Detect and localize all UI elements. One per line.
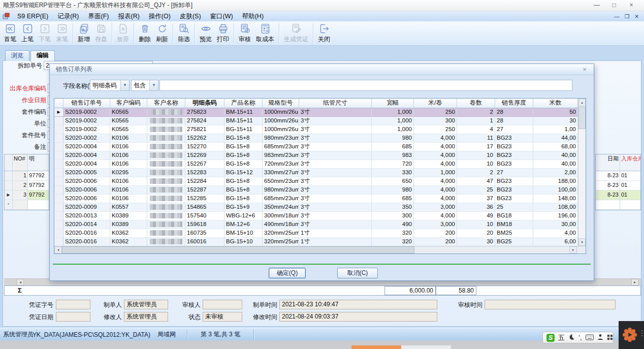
right-grid-row-1[interactable]: 8-2301 — [596, 171, 640, 181]
sales-table-row-11[interactable]: S2020-0006K0106152285BG-15+8685mm/23um..… — [54, 195, 578, 203]
column-header-9[interactable]: 米/卷 — [414, 99, 457, 108]
column-header-6[interactable]: 规格型号 — [263, 99, 299, 108]
sales-table-row-7[interactable]: S2020-0004K0106152267BG-15+8720mm/23um..… — [54, 160, 578, 169]
vscroll-thumb[interactable] — [578, 107, 586, 129]
toolbar-delete-trash-button[interactable]: 删除 — [136, 22, 153, 44]
filter-value-input[interactable] — [159, 80, 572, 91]
sales-table-row-15[interactable]: S2020-0016K0362160735BM-15+10320mm/25um.… — [54, 229, 578, 238]
chevron-down-icon[interactable]: ▾ — [149, 80, 158, 90]
keyboard-icon[interactable] — [586, 333, 594, 342]
hscroll-thumb[interactable] — [62, 246, 414, 253]
taskbar-item[interactable] — [401, 345, 451, 349]
left-grid-row-4[interactable]: * — [5, 200, 49, 210]
menu-item-3[interactable]: 界面(F) — [84, 12, 114, 21]
dialog-titlebar[interactable]: 销售订单列表 × — [50, 64, 594, 75]
sales-table-row-6[interactable]: S2020-0004K0106152269BG-15+8983mm/23um..… — [54, 151, 578, 160]
column-header-3[interactable]: 客户名称 — [147, 99, 185, 108]
scroll-left-icon[interactable]: ◂ — [17, 279, 24, 285]
window-maximize-icon[interactable]: □ — [605, 0, 623, 11]
moon-icon[interactable] — [568, 333, 575, 342]
corner-app-window[interactable] — [619, 321, 644, 349]
sales-table-row-9[interactable]: S2020-0006K0106152284BG-15+8650mm/23um..… — [54, 177, 578, 186]
detail-grid-right[interactable]: 日期入库仓库8-23018-23018-2301 — [595, 154, 641, 210]
column-header-7[interactable]: 纸管尺寸 — [299, 99, 372, 108]
menu-item-6[interactable]: 皮肤(S) — [175, 12, 206, 21]
scroll-left-icon[interactable]: ◂ — [54, 246, 62, 253]
column-header-4[interactable]: 明细条码 — [185, 99, 224, 108]
chevron-down-icon[interactable]: ▾ — [120, 80, 129, 90]
filter-field-select[interactable]: 明细条码 ▾ — [90, 80, 130, 91]
menu-item-4[interactable]: 报表(R) — [113, 12, 144, 21]
menu-item-1[interactable]: S9 ERP(E) — [13, 12, 53, 21]
toolbar-refresh-button[interactable]: 刷新 — [153, 22, 171, 44]
sales-order-table[interactable]: 销售订单号客户编码客户名称明细条码产品名称规格型号纸管尺寸宽幅米/卷卷数销售厚度… — [54, 98, 586, 254]
column-header-8[interactable]: 宽幅 — [372, 99, 414, 108]
sales-table-row-10[interactable]: S2020-0006K0106152287BG-15+8980mm/23um..… — [54, 186, 578, 195]
sales-table-row-12[interactable]: S2020-0009K0557154865BG-15+9350mm/24um..… — [54, 203, 578, 212]
toolbar-filter-search-button[interactable]: 筛选 — [175, 22, 192, 44]
right-grid-row-4[interactable] — [596, 200, 640, 210]
right-grid-row-3[interactable]: 8-2301 — [596, 191, 640, 200]
scroll-down-icon[interactable]: ▾ — [578, 238, 586, 246]
scroll-up-icon[interactable]: ▴ — [578, 99, 586, 106]
ime-toolbar[interactable]: S 五 ’, — [542, 332, 614, 343]
sales-table-row-13[interactable]: S2020-0013K0389157540WBG-12+6300mm/18um.… — [54, 212, 578, 220]
confirm-button[interactable]: 确定(Q) — [269, 268, 306, 278]
mdi-close-icon[interactable]: ✕ — [634, 13, 639, 19]
left-grid-row-2[interactable]: 297792 — [5, 181, 49, 191]
person-icon[interactable] — [597, 333, 603, 342]
menu-item-8[interactable]: 帮助(H) — [238, 12, 268, 21]
column-header-10[interactable]: 卷数 — [457, 99, 495, 108]
window-close-icon[interactable]: × — [623, 0, 640, 11]
toolbar-print-button[interactable]: 打印 — [214, 22, 232, 44]
dialog-close-icon[interactable]: × — [581, 64, 589, 75]
sales-table-row-5[interactable]: S2020-0004K0106152270BG-15+8685mm/23um..… — [54, 143, 578, 151]
mdi-restore-icon[interactable]: ❒ — [625, 13, 629, 19]
mdi-minimize-icon[interactable]: — — [614, 13, 620, 19]
cancel-button[interactable]: 取消(C) — [337, 268, 378, 278]
sales-table-row-8[interactable]: S2020-0005K0295152283BG-15+12330mm/27um.… — [54, 169, 578, 177]
sogou-logo-icon[interactable]: S — [546, 334, 555, 342]
tab-edit[interactable]: 编辑 — [30, 50, 55, 61]
toolbar-prev-record-button[interactable]: 上笔 — [19, 22, 36, 44]
toolbar-close-exit-button[interactable]: 关闭 — [315, 22, 333, 44]
sales-table-row-2[interactable]: S2019-0002K0565275824BM-15+111000mm/26u.… — [54, 117, 578, 125]
tab-browse[interactable]: 浏览 — [5, 50, 29, 61]
column-header-warehouse[interactable]: 入库仓库 — [620, 154, 640, 171]
column-header-date[interactable]: 日期 — [596, 154, 620, 171]
window-minimize-icon[interactable]: — — [588, 0, 605, 11]
sales-table-row-3[interactable]: S2019-0002K0565275821BG-15+111000mm/26u.… — [54, 125, 578, 134]
menu-item-5[interactable]: 操作(O) — [144, 12, 175, 21]
grid-menu-icon[interactable] — [607, 333, 613, 342]
right-grid-row-2[interactable]: 8-2301 — [596, 181, 640, 191]
toolbar-first-record-button[interactable]: 首笔 — [2, 22, 19, 44]
filter-operator-select[interactable]: 包含 ▾ — [131, 80, 158, 91]
left-grid-row-1[interactable]: 197792 — [5, 171, 49, 181]
detail-grid-left[interactable]: NO#明197792297792▶397792* — [4, 154, 49, 210]
menu-item-7[interactable]: 窗口(W) — [206, 12, 238, 21]
table-vscrollbar[interactable]: ▴ ▾ — [578, 99, 586, 246]
toolbar-audit-button[interactable]: 审核 — [236, 22, 253, 44]
ime-mode-label[interactable]: 五 — [558, 334, 565, 342]
taskbar-item-active[interactable] — [351, 345, 401, 349]
scroll-right-icon[interactable]: ▸ — [569, 246, 577, 253]
column-header-2[interactable]: 客户编码 — [110, 99, 147, 108]
sales-table-row-14[interactable]: S2020-0014K0389159618BM-12+6490mm/18um..… — [54, 220, 578, 229]
menu-item-2[interactable]: 记录(R) — [53, 12, 83, 21]
scroll-right-icon[interactable]: ▸ — [631, 279, 638, 285]
column-header-5[interactable]: 产品名称 — [224, 99, 263, 108]
toolbar-add-new-button[interactable]: 新增 — [75, 22, 92, 44]
left-grid-row-3[interactable]: ▶397792 — [5, 191, 49, 200]
column-header-no[interactable]: NO# — [13, 154, 28, 171]
toolbar-cost-calculator-button[interactable]: 取成本 — [253, 22, 277, 44]
sales-table-row-16[interactable]: S2020-0016K0362160016BG-15+10320mm/25um.… — [54, 238, 578, 246]
sales-table-row-1[interactable]: ▶S2019-0002K0565275823BM-15+111000mm/26u… — [54, 108, 578, 117]
ime-punct-label[interactable]: ’, — [578, 334, 582, 342]
column-header-12[interactable]: 米数 — [533, 99, 578, 108]
table-hscrollbar[interactable]: ◂ ▸ — [54, 246, 586, 253]
toolbar-preview-eye-button[interactable]: 预览 — [197, 22, 214, 44]
sales-table-row-4[interactable]: S2020-0002K0106152262BG-15+8980mm/23um..… — [54, 134, 578, 143]
column-header-11[interactable]: 销售厚度 — [495, 99, 533, 108]
window-titlebar[interactable]: 顺景S9智能ERP管理平台 - 广东顺景软件科技有限公司_QJY - [拆卸单]… — [0, 0, 644, 11]
column-header-1[interactable]: 销售订单号 — [63, 99, 110, 108]
